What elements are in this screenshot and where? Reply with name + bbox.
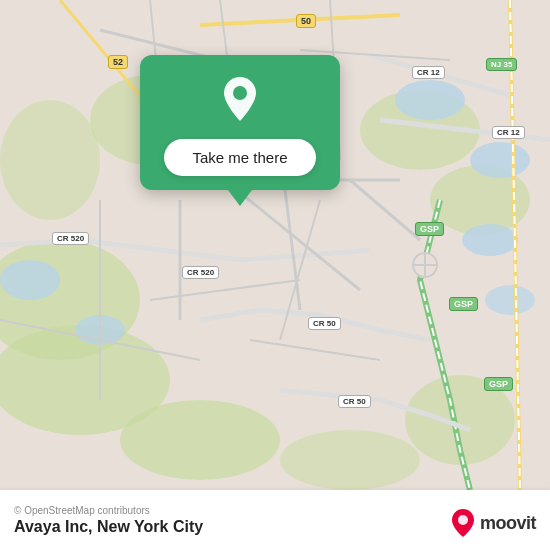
svg-point-10 <box>0 260 60 300</box>
svg-point-9 <box>0 100 100 220</box>
svg-point-40 <box>233 86 247 100</box>
road-label-52: 52 <box>108 55 128 69</box>
svg-point-13 <box>470 142 530 178</box>
road-label-50-top: 50 <box>296 14 316 28</box>
road-label-cr520-2: CR 520 <box>182 266 219 279</box>
svg-point-14 <box>462 224 518 256</box>
road-label-nj35: NJ 35 <box>486 58 517 71</box>
road-label-cr50-1: CR 50 <box>308 317 341 330</box>
road-label-cr520-1: CR 520 <box>52 232 89 245</box>
road-label-gsp-2: GSP <box>449 297 478 311</box>
svg-point-15 <box>485 285 535 315</box>
bottom-bar: © OpenStreetMap contributors Avaya Inc, … <box>0 490 550 550</box>
road-label-gsp-1: GSP <box>415 222 444 236</box>
moovit-pin-icon <box>450 508 476 538</box>
svg-point-12 <box>395 80 465 120</box>
moovit-logo: moovit <box>450 508 536 538</box>
moovit-text-label: moovit <box>480 513 536 534</box>
location-pin-icon <box>214 73 266 125</box>
road-label-cr12-1: CR 12 <box>412 66 445 79</box>
location-card: Take me there <box>140 55 340 190</box>
take-me-button[interactable]: Take me there <box>164 139 315 176</box>
road-label-gsp-3: GSP <box>484 377 513 391</box>
svg-point-41 <box>458 515 468 525</box>
svg-point-3 <box>120 400 280 480</box>
map-container: 52 50 NJ 35 CR 12 CR 12 CR 520 CR 520 GS… <box>0 0 550 490</box>
svg-point-7 <box>280 430 420 490</box>
road-label-cr50-2: CR 50 <box>338 395 371 408</box>
road-label-cr12-2: CR 12 <box>492 126 525 139</box>
